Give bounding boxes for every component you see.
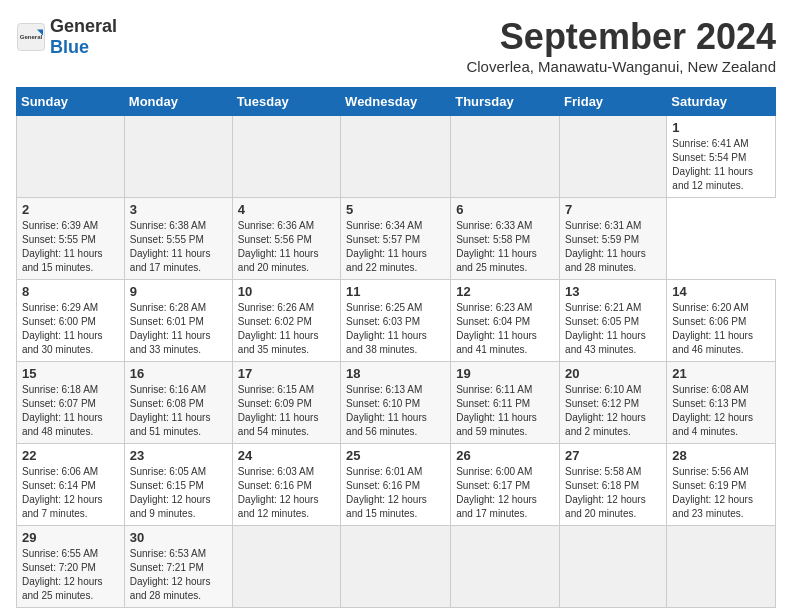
calendar-cell-empty (341, 116, 451, 198)
calendar-cell-day-14: 14Sunrise: 6:20 AMSunset: 6:06 PMDayligh… (667, 280, 776, 362)
calendar-cell-day-19: 19Sunrise: 6:11 AMSunset: 6:11 PMDayligh… (451, 362, 560, 444)
calendar-cell-empty (124, 116, 232, 198)
calendar-cell-empty (667, 526, 776, 608)
calendar-cell-empty (17, 116, 125, 198)
calendar-cell-day-28: 28Sunrise: 5:56 AMSunset: 6:19 PMDayligh… (667, 444, 776, 526)
calendar-table: SundayMondayTuesdayWednesdayThursdayFrid… (16, 87, 776, 608)
calendar-cell-day-17: 17Sunrise: 6:15 AMSunset: 6:09 PMDayligh… (232, 362, 340, 444)
calendar-cell-day-5: 5Sunrise: 6:34 AMSunset: 5:57 PMDaylight… (341, 198, 451, 280)
weekday-header-tuesday: Tuesday (232, 88, 340, 116)
calendar-cell-day-12: 12Sunrise: 6:23 AMSunset: 6:04 PMDayligh… (451, 280, 560, 362)
logo: General General Blue (16, 16, 117, 58)
calendar-cell-day-23: 23Sunrise: 6:05 AMSunset: 6:15 PMDayligh… (124, 444, 232, 526)
calendar-cell-day-30: 30Sunrise: 6:53 AMSunset: 7:21 PMDayligh… (124, 526, 232, 608)
calendar-cell-day-7: 7Sunrise: 6:31 AMSunset: 5:59 PMDaylight… (560, 198, 667, 280)
weekday-header-monday: Monday (124, 88, 232, 116)
calendar-cell-empty (232, 526, 340, 608)
calendar-cell-empty (451, 116, 560, 198)
calendar-cell-day-24: 24Sunrise: 6:03 AMSunset: 6:16 PMDayligh… (232, 444, 340, 526)
svg-text:General: General (20, 34, 43, 40)
calendar-cell-day-10: 10Sunrise: 6:26 AMSunset: 6:02 PMDayligh… (232, 280, 340, 362)
calendar-cell-day-16: 16Sunrise: 6:16 AMSunset: 6:08 PMDayligh… (124, 362, 232, 444)
calendar-cell-day-1: 1Sunrise: 6:41 AMSunset: 5:54 PMDaylight… (667, 116, 776, 198)
calendar-cell-empty (560, 526, 667, 608)
calendar-cell-empty (232, 116, 340, 198)
calendar-cell-day-6: 6Sunrise: 6:33 AMSunset: 5:58 PMDaylight… (451, 198, 560, 280)
weekday-header-saturday: Saturday (667, 88, 776, 116)
logo-icon: General (16, 22, 46, 52)
calendar-cell-day-18: 18Sunrise: 6:13 AMSunset: 6:10 PMDayligh… (341, 362, 451, 444)
weekday-header-sunday: Sunday (17, 88, 125, 116)
calendar-cell-day-22: 22Sunrise: 6:06 AMSunset: 6:14 PMDayligh… (17, 444, 125, 526)
calendar-cell-empty (341, 526, 451, 608)
weekday-header-friday: Friday (560, 88, 667, 116)
logo-general-text: General (50, 16, 117, 36)
calendar-cell-day-4: 4Sunrise: 6:36 AMSunset: 5:56 PMDaylight… (232, 198, 340, 280)
calendar-cell-day-25: 25Sunrise: 6:01 AMSunset: 6:16 PMDayligh… (341, 444, 451, 526)
calendar-cell-day-3: 3Sunrise: 6:38 AMSunset: 5:55 PMDaylight… (124, 198, 232, 280)
location-title: Cloverlea, Manawatu-Wanganui, New Zealan… (466, 58, 776, 75)
calendar-cell-day-26: 26Sunrise: 6:00 AMSunset: 6:17 PMDayligh… (451, 444, 560, 526)
calendar-cell-day-11: 11Sunrise: 6:25 AMSunset: 6:03 PMDayligh… (341, 280, 451, 362)
calendar-cell-day-13: 13Sunrise: 6:21 AMSunset: 6:05 PMDayligh… (560, 280, 667, 362)
calendar-cell-day-15: 15Sunrise: 6:18 AMSunset: 6:07 PMDayligh… (17, 362, 125, 444)
month-title: September 2024 (466, 16, 776, 58)
calendar-cell-day-21: 21Sunrise: 6:08 AMSunset: 6:13 PMDayligh… (667, 362, 776, 444)
calendar-cell-day-27: 27Sunrise: 5:58 AMSunset: 6:18 PMDayligh… (560, 444, 667, 526)
calendar-cell-empty (451, 526, 560, 608)
calendar-cell-day-2: 2Sunrise: 6:39 AMSunset: 5:55 PMDaylight… (17, 198, 125, 280)
calendar-cell-day-29: 29Sunrise: 6:55 AMSunset: 7:20 PMDayligh… (17, 526, 125, 608)
calendar-cell-day-8: 8Sunrise: 6:29 AMSunset: 6:00 PMDaylight… (17, 280, 125, 362)
weekday-header-wednesday: Wednesday (341, 88, 451, 116)
logo-blue-text: Blue (50, 37, 89, 57)
calendar-cell-day-20: 20Sunrise: 6:10 AMSunset: 6:12 PMDayligh… (560, 362, 667, 444)
weekday-header-thursday: Thursday (451, 88, 560, 116)
calendar-cell-empty (560, 116, 667, 198)
calendar-cell-day-9: 9Sunrise: 6:28 AMSunset: 6:01 PMDaylight… (124, 280, 232, 362)
